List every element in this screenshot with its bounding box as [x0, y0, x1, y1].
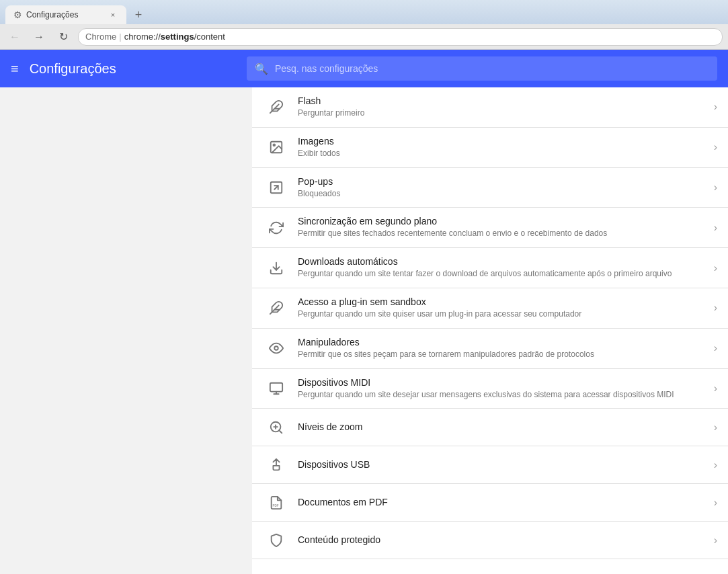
- title-bar: ⚙ Configurações × +: [0, 0, 728, 24]
- url-prefix: chrome://: [124, 32, 161, 42]
- item-arrow-popups: ›: [714, 181, 717, 194]
- item-arrow-flash: ›: [714, 101, 717, 113]
- body-area: Flash Perguntar primeiro › Imagens Exibi…: [0, 87, 728, 574]
- item-arrow-sync: ›: [714, 222, 717, 234]
- download-icon: [263, 261, 290, 276]
- settings-title: Configurações: [30, 61, 116, 77]
- item-arrow-midi: ›: [714, 382, 717, 395]
- tab-close-button[interactable]: ×: [108, 9, 118, 20]
- item-title-plugin: Acesso a plug-in sem sandbox: [298, 296, 706, 307]
- item-text-flash: Flash Perguntar primeiro: [290, 95, 714, 119]
- search-bar: 🔍: [247, 56, 717, 81]
- address-bar: ← → ↻ Chrome | chrome://settings/content: [0, 24, 728, 50]
- item-title-sync: Sincronização em segundo plano: [298, 216, 706, 227]
- item-arrow-pdf: ›: [714, 497, 717, 509]
- list-item-zoom[interactable]: Níveis de zoom ›: [252, 409, 728, 446]
- svg-line-14: [279, 430, 282, 433]
- active-tab[interactable]: ⚙ Configurações ×: [5, 5, 126, 24]
- refresh-button[interactable]: ↻: [54, 28, 73, 46]
- item-title-downloads: Downloads automáticos: [298, 256, 706, 267]
- item-text-zoom: Níveis de zoom: [290, 421, 714, 434]
- list-item-pdf[interactable]: PDF Documentos em PDF ›: [252, 484, 728, 522]
- svg-text:PDF: PDF: [273, 504, 279, 507]
- svg-point-9: [274, 346, 278, 350]
- item-arrow-zoom: ›: [714, 421, 717, 434]
- settings-panel: ≡ Configurações 🔍 Flash Perguntar primei…: [0, 50, 728, 574]
- puzzle-icon: [263, 300, 290, 315]
- item-subtitle-flash: Perguntar primeiro: [298, 108, 706, 119]
- shield-icon: [263, 533, 290, 548]
- tab-favicon: ⚙: [13, 9, 22, 20]
- list-item-popups[interactable]: Pop-ups Bloqueados ›: [252, 168, 728, 208]
- list-item-protected[interactable]: Conteúdo protegido ›: [252, 522, 728, 559]
- item-text-midi: Dispositivos MIDI Perguntar quando um si…: [290, 377, 714, 401]
- item-title-usb: Dispositivos USB: [298, 459, 706, 470]
- list-item-manipuladores[interactable]: Manipuladores Permitir que os sites peça…: [252, 329, 728, 369]
- forward-icon: →: [34, 31, 44, 43]
- forward-button[interactable]: →: [30, 28, 48, 46]
- item-text-imagens: Imagens Exibir todos: [290, 136, 714, 159]
- item-arrow-protected: ›: [714, 534, 717, 546]
- back-icon: ←: [9, 31, 20, 43]
- item-text-sync: Sincronização em segundo plano Permitir …: [290, 216, 714, 239]
- item-arrow-usb: ›: [714, 459, 717, 471]
- item-arrow-plugin: ›: [714, 302, 717, 314]
- item-subtitle-midi: Perguntar quando um site desejar usar me…: [298, 389, 706, 401]
- list-item-plugin[interactable]: Acesso a plug-in sem sandbox Perguntar q…: [252, 288, 728, 329]
- item-subtitle-manipuladores: Permitir que os sites peçam para se torn…: [298, 349, 706, 360]
- new-tab-button[interactable]: +: [129, 5, 148, 24]
- item-title-pdf: Documentos em PDF: [298, 497, 706, 507]
- item-subtitle-downloads: Perguntar quando um site tentar fazer o …: [298, 268, 706, 280]
- item-text-downloads: Downloads automáticos Perguntar quando u…: [290, 256, 714, 280]
- tab-bar: ⚙ Configurações × +: [5, 0, 148, 24]
- search-icon: 🔍: [255, 63, 268, 75]
- zoom-icon: [263, 420, 290, 435]
- item-title-zoom: Níveis de zoom: [298, 421, 706, 432]
- item-title-flash: Flash: [298, 95, 706, 106]
- item-subtitle-plugin: Perguntar quando um site quiser usar um …: [298, 309, 706, 320]
- item-text-usb: Dispositivos USB: [290, 459, 714, 471]
- puzzle-icon: [263, 99, 290, 114]
- list-item-imagens[interactable]: Imagens Exibir todos ›: [252, 128, 728, 168]
- sidebar-area: [0, 87, 252, 574]
- address-input[interactable]: Chrome | chrome://settings/content: [78, 28, 723, 46]
- item-text-popups: Pop-ups Bloqueados: [290, 176, 714, 200]
- item-text-protected: Conteúdo protegido: [290, 534, 714, 546]
- list-item-midi[interactable]: Dispositivos MIDI Perguntar quando um si…: [252, 369, 728, 409]
- item-arrow-downloads: ›: [714, 262, 717, 274]
- midi-icon: [263, 381, 290, 396]
- svg-point-3: [273, 145, 275, 147]
- refresh-icon: ↻: [59, 30, 68, 43]
- usb-icon: [263, 458, 290, 473]
- item-subtitle-popups: Bloqueados: [298, 188, 706, 200]
- list-item-usb[interactable]: Dispositivos USB ›: [252, 446, 728, 484]
- item-text-plugin: Acesso a plug-in sem sandbox Perguntar q…: [290, 296, 714, 320]
- item-title-protected: Conteúdo protegido: [298, 534, 706, 545]
- settings-header: ≡ Configurações 🔍: [0, 50, 728, 87]
- back-button[interactable]: ←: [5, 28, 24, 46]
- item-title-midi: Dispositivos MIDI: [298, 377, 706, 388]
- image-icon: [263, 140, 290, 155]
- list-item-flash[interactable]: Flash Perguntar primeiro ›: [252, 87, 728, 128]
- handler-icon: [263, 341, 290, 356]
- list-item-downloads[interactable]: Downloads automáticos Perguntar quando u…: [252, 248, 728, 288]
- item-title-manipuladores: Manipuladores: [298, 337, 706, 347]
- address-url: chrome://settings/content: [124, 32, 225, 42]
- item-text-manipuladores: Manipuladores Permitir que os sites peça…: [290, 337, 714, 360]
- search-input[interactable]: [275, 63, 709, 74]
- address-separator: |: [119, 32, 121, 42]
- content-area: ≡ Configurações 🔍 Flash Perguntar primei…: [0, 50, 728, 574]
- address-chrome-label: Chrome: [85, 32, 116, 42]
- item-text-pdf: Documentos em PDF: [290, 497, 714, 509]
- url-bold: settings: [161, 32, 194, 42]
- pdf-icon: PDF: [263, 495, 290, 510]
- item-subtitle-imagens: Exibir todos: [298, 148, 706, 159]
- url-suffix: /content: [194, 32, 225, 42]
- browser-frame: ⚙ Configurações × + ← → ↻ Chrome | chrom…: [0, 0, 728, 574]
- content-list: Flash Perguntar primeiro › Imagens Exibi…: [252, 87, 728, 574]
- item-title-imagens: Imagens: [298, 136, 706, 147]
- hamburger-menu-button[interactable]: ≡: [11, 61, 19, 77]
- list-item-sync[interactable]: Sincronização em segundo plano Permitir …: [252, 208, 728, 248]
- item-title-popups: Pop-ups: [298, 176, 706, 187]
- item-subtitle-sync: Permitir que sites fechados recentemente…: [298, 228, 706, 239]
